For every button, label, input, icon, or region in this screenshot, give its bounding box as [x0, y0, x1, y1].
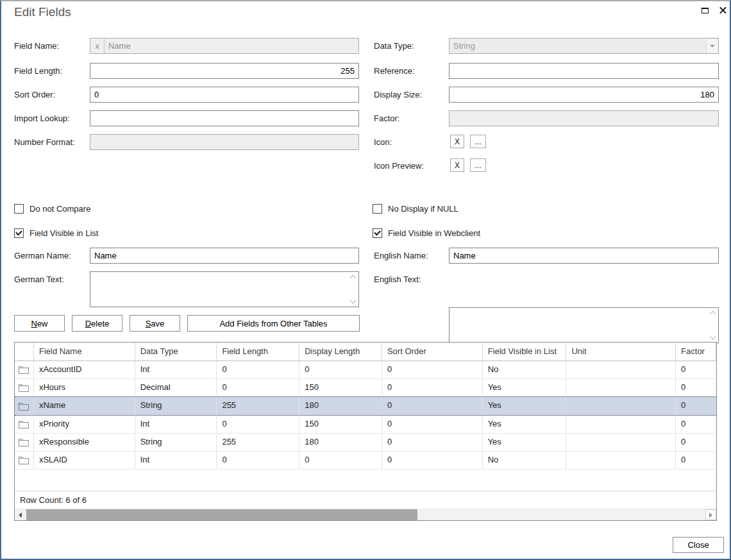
- button-label: Add Fields from Other Tables: [219, 319, 327, 328]
- data-type-value: String: [450, 41, 475, 51]
- reference-input[interactable]: [449, 63, 719, 79]
- header-field-name[interactable]: Field Name: [34, 343, 135, 361]
- english-name-input[interactable]: [449, 248, 719, 264]
- field-length-input[interactable]: [90, 63, 359, 79]
- cell-factor: 0: [676, 361, 716, 378]
- no-display-if-null-checkbox[interactable]: No Display if NULL: [373, 203, 458, 214]
- header-factor[interactable]: Factor: [676, 343, 716, 361]
- field-visible-in-webclient-checkbox[interactable]: Field Visible in Webclient: [373, 228, 480, 238]
- close-window-button[interactable]: [715, 4, 730, 17]
- folder-icon: [15, 434, 34, 451]
- cell-field-name: xResponsible: [34, 434, 135, 451]
- cell-data-type: Int: [135, 361, 217, 378]
- save-button[interactable]: Save: [130, 315, 180, 332]
- display-size-label: Display Size:: [374, 87, 422, 103]
- horizontal-scrollbar[interactable]: [15, 509, 716, 520]
- data-type-dropdown: String: [449, 38, 719, 54]
- table-row-selected[interactable]: xName String 255 180 0 Yes 0: [15, 396, 716, 416]
- german-text-input[interactable]: [90, 272, 348, 307]
- header-unit[interactable]: Unit: [566, 343, 676, 361]
- english-name-label: English Name:: [374, 248, 428, 264]
- cell-field-length: 0: [217, 379, 299, 396]
- header-icon-column: [15, 343, 34, 361]
- reference-label: Reference:: [374, 63, 415, 79]
- add-fields-button[interactable]: Add Fields from Other Tables: [187, 315, 360, 332]
- cell-sort-order: 0: [382, 379, 483, 396]
- field-visible-in-list-checkbox[interactable]: Field Visible in List: [14, 228, 98, 238]
- cell-data-type: String: [135, 397, 217, 415]
- table-row[interactable]: xAccountID Int 0 0 0 No 0: [15, 361, 716, 379]
- sort-order-input[interactable]: [90, 87, 359, 103]
- header-data-type[interactable]: Data Type: [135, 343, 217, 361]
- check-icon: [374, 228, 381, 235]
- cell-display-length: 180: [299, 434, 382, 451]
- maximize-button[interactable]: [697, 4, 712, 17]
- field-name-value: Name: [105, 38, 131, 53]
- import-lookup-input[interactable]: [90, 110, 359, 126]
- english-text-input[interactable]: [450, 308, 708, 343]
- icon-preview-browse-button[interactable]: ...: [470, 158, 486, 172]
- cell-data-type: String: [135, 434, 217, 451]
- table-row[interactable]: xPriority Int 0 150 0 Yes 0: [15, 416, 716, 434]
- checkbox-box: [14, 204, 24, 214]
- icon-clear-button[interactable]: X: [450, 135, 464, 148]
- close-button[interactable]: Close: [673, 537, 724, 553]
- table-row[interactable]: xResponsible String 255 180 0 Yes 0: [15, 434, 716, 452]
- cell-visible-in-list: No: [483, 452, 567, 469]
- scroll-up-icon: [350, 275, 357, 282]
- cell-visible-in-list: No: [483, 361, 567, 378]
- header-sort-order[interactable]: Sort Order: [382, 343, 483, 361]
- button-accel: S: [146, 319, 151, 328]
- data-type-label: Data Type:: [374, 38, 414, 54]
- grid-empty-area: [15, 470, 716, 491]
- checkbox-label: Field Visible in List: [29, 228, 98, 238]
- cell-field-name: xName: [34, 397, 135, 415]
- checkbox-box: [14, 228, 24, 238]
- cell-unit: [566, 434, 676, 451]
- checkbox-label: No Display if NULL: [388, 204, 458, 214]
- button-accel: N: [31, 319, 37, 328]
- header-display-length[interactable]: Display Length: [299, 343, 382, 361]
- scroll-up-icon: [710, 311, 716, 318]
- scroll-down-icon: [710, 334, 716, 340]
- folder-icon: [15, 416, 34, 433]
- cell-visible-in-list: Yes: [483, 434, 567, 451]
- cell-visible-in-list: Yes: [483, 397, 567, 415]
- icon-browse-button[interactable]: ...: [470, 135, 486, 148]
- scroll-right-button[interactable]: [705, 509, 716, 520]
- english-text-box: [449, 307, 719, 343]
- cell-display-length: 0: [299, 452, 382, 469]
- field-name-label: Field Name:: [14, 38, 59, 54]
- folder-icon: [15, 452, 34, 469]
- cell-sort-order: 0: [382, 434, 483, 451]
- table-row[interactable]: xSLAID Int 0 0 0 No 0: [15, 452, 716, 470]
- icon-preview-clear-button[interactable]: X: [450, 158, 464, 172]
- delete-button[interactable]: Delete: [72, 315, 122, 332]
- german-name-input[interactable]: [90, 248, 359, 264]
- button-label: Close: [687, 540, 709, 550]
- display-size-input[interactable]: [449, 87, 719, 103]
- german-name-label: German Name:: [14, 248, 71, 264]
- cell-unit: [566, 379, 676, 396]
- chevron-down-icon: [710, 45, 715, 47]
- cell-sort-order: 0: [382, 416, 483, 433]
- scroll-left-button[interactable]: [15, 509, 26, 520]
- header-field-length[interactable]: Field Length: [217, 343, 299, 361]
- icon-label: Icon:: [374, 134, 392, 150]
- cell-factor: 0: [676, 416, 716, 433]
- cell-unit: [566, 452, 676, 469]
- button-label: ave: [151, 319, 164, 328]
- scrollbar-thumb[interactable]: [26, 509, 417, 520]
- checkbox-label: Field Visible in Webclient: [388, 228, 480, 238]
- new-button[interactable]: New: [14, 315, 65, 332]
- do-not-compare-checkbox[interactable]: Do not Compare: [14, 203, 90, 214]
- cell-display-length: 0: [299, 361, 382, 378]
- cell-field-length: 255: [217, 397, 299, 415]
- cell-field-name: xAccountID: [34, 361, 135, 378]
- cell-factor: 0: [676, 434, 716, 451]
- cell-sort-order: 0: [382, 361, 483, 378]
- cell-field-length: 0: [217, 361, 299, 378]
- header-visible-in-list[interactable]: Field Visible in List: [483, 343, 567, 361]
- table-row[interactable]: xHours Decimal 0 150 0 Yes 0: [15, 379, 716, 397]
- cell-display-length: 150: [299, 416, 382, 433]
